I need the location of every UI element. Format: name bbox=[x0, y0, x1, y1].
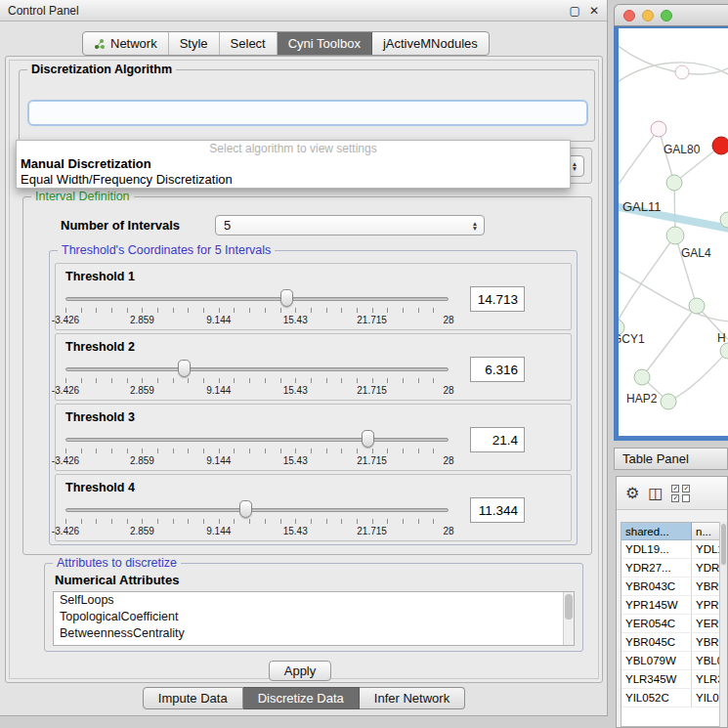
close-traffic-light[interactable] bbox=[623, 10, 635, 21]
scrollbar-thumb[interactable] bbox=[565, 594, 573, 620]
tab-select[interactable]: Select bbox=[220, 32, 278, 55]
network-window-titlebar[interactable] bbox=[614, 4, 728, 26]
network-node[interactable] bbox=[661, 394, 676, 409]
table-cell[interactable]: YLR345W bbox=[621, 670, 692, 688]
slider-ticks bbox=[65, 449, 449, 453]
threshold-1-label: Threshold 1 bbox=[65, 270, 135, 283]
table-cell[interactable]: YBL0 bbox=[692, 652, 720, 669]
threshold-3-value-field[interactable]: 21.4 bbox=[470, 427, 525, 452]
zoom-traffic-light[interactable] bbox=[661, 10, 672, 21]
table-row[interactable]: YLR345W YLR3 bbox=[621, 670, 720, 689]
network-node-selected[interactable] bbox=[712, 137, 728, 154]
tab-cyni-toolbox[interactable]: Cyni Toolbox bbox=[278, 32, 372, 55]
tab-infer-network[interactable]: Infer Network bbox=[360, 687, 465, 709]
table-cell[interactable]: YDR27... bbox=[621, 559, 692, 577]
attributes-scrollbar[interactable] bbox=[563, 592, 574, 645]
list-item[interactable]: TopologicalCoefficient bbox=[54, 609, 574, 625]
table-cell[interactable]: YIL0 bbox=[692, 689, 720, 707]
table-cell[interactable]: YBR045C bbox=[621, 633, 692, 651]
table-row[interactable]: YDR27... YDR2 bbox=[621, 559, 720, 578]
slider-handle[interactable] bbox=[362, 430, 374, 448]
tab-impute-data[interactable]: Impute Data bbox=[143, 687, 243, 709]
table-row[interactable]: YBR045C YBR0 bbox=[621, 633, 720, 652]
network-canvas[interactable]: GAL80 GAL11 GAL4 GCY1 HAP2 H bbox=[614, 26, 728, 441]
table-scrollbar[interactable] bbox=[719, 522, 727, 727]
gear-icon[interactable]: ⚙ bbox=[625, 486, 639, 501]
close-icon[interactable]: ✕ bbox=[589, 4, 599, 18]
table-cell[interactable]: YBR043C bbox=[621, 578, 692, 595]
slider-handle[interactable] bbox=[280, 289, 293, 307]
node-label-gal4: GAL4 bbox=[681, 246, 711, 260]
table-cell[interactable]: YPR145W bbox=[621, 596, 692, 614]
threshold-1-value-field[interactable]: 14.713 bbox=[470, 286, 525, 312]
node-attribute-table: shared... n... YDL19... YDL1 YDR27... YD… bbox=[621, 522, 721, 727]
table-panel-titlebar: Table Panel bbox=[614, 448, 728, 470]
dropdown-option-manual-discretization[interactable]: Manual Discretization bbox=[17, 156, 570, 172]
table-cell[interactable]: YBR0 bbox=[692, 578, 720, 595]
checkbox-icon bbox=[682, 494, 690, 502]
table-row[interactable]: YIL052C YIL0 bbox=[621, 689, 720, 707]
scale-label: -3.426 bbox=[52, 385, 79, 396]
table-header-row: shared... n... bbox=[621, 523, 720, 540]
algorithm-combobox[interactable] bbox=[27, 100, 588, 126]
table-row[interactable]: YBR043C YBR0 bbox=[621, 578, 720, 596]
scale-label: 28 bbox=[443, 315, 453, 325]
slider-track[interactable] bbox=[65, 367, 449, 371]
threshold-4-label: Threshold 4 bbox=[65, 481, 135, 494]
threshold-4-value-field[interactable]: 11.344 bbox=[470, 497, 525, 523]
table-cell[interactable]: YPR1 bbox=[692, 596, 720, 614]
slider-track[interactable] bbox=[65, 297, 449, 301]
table-row[interactable]: YBL079W YBL0 bbox=[621, 652, 720, 670]
column-header-name[interactable]: n... bbox=[692, 523, 720, 540]
list-item[interactable]: BetweennessCentrality bbox=[54, 625, 574, 642]
network-node[interactable] bbox=[666, 227, 684, 244]
network-node[interactable] bbox=[634, 369, 650, 385]
column-header-shared-name[interactable]: shared... bbox=[621, 523, 692, 540]
table-row[interactable]: YER054C YER0 bbox=[621, 615, 720, 633]
slider-handle[interactable] bbox=[178, 360, 191, 377]
scale-label: 9.144 bbox=[206, 385, 231, 396]
network-node[interactable] bbox=[720, 343, 728, 359]
slider-handle[interactable] bbox=[239, 500, 252, 518]
table-cell[interactable]: YIL052C bbox=[621, 689, 692, 707]
tab-discretize-data[interactable]: Discretize Data bbox=[243, 687, 360, 709]
tab-impute-data-label: Impute Data bbox=[158, 691, 228, 706]
apply-button[interactable]: Apply bbox=[269, 661, 331, 681]
network-node[interactable] bbox=[666, 175, 682, 191]
slider-track[interactable] bbox=[65, 438, 449, 442]
threshold-3-slider[interactable]: -3.426 2.859 9.144 15.43 21.715 28 bbox=[65, 432, 449, 469]
table-cell[interactable]: YER0 bbox=[692, 615, 720, 632]
table-cell[interactable]: YDR2 bbox=[692, 559, 720, 577]
tab-network[interactable]: Network bbox=[83, 32, 169, 55]
slider-track[interactable] bbox=[65, 508, 449, 512]
float-window-icon[interactable]: ▢ bbox=[570, 4, 580, 18]
tab-jactivemnodules[interactable]: jActiveMNodules bbox=[372, 32, 489, 55]
minimize-traffic-light[interactable] bbox=[642, 10, 654, 21]
table-cell[interactable]: YDL1 bbox=[692, 540, 720, 558]
table-cell[interactable]: YDL19... bbox=[621, 540, 692, 558]
scrollbar-thumb[interactable] bbox=[721, 524, 726, 565]
network-node[interactable] bbox=[689, 298, 705, 314]
network-node[interactable] bbox=[651, 121, 666, 137]
table-row[interactable]: YDL19... YDL1 bbox=[621, 540, 720, 559]
network-node[interactable] bbox=[675, 65, 689, 79]
columns-icon[interactable]: ◫ bbox=[648, 486, 663, 501]
select-columns-icon[interactable]: ✓ ✓ ✓ bbox=[671, 485, 691, 502]
list-item[interactable]: SelfLoops bbox=[54, 592, 574, 609]
threshold-2-value-field[interactable]: 6.316 bbox=[470, 357, 525, 382]
table-cell[interactable]: YER054C bbox=[621, 615, 692, 632]
table-cell[interactable]: YBL079W bbox=[621, 652, 692, 669]
threshold-1-slider[interactable]: -3.426 2.859 9.144 15.43 21.715 28 bbox=[65, 291, 449, 328]
threshold-4-slider[interactable]: -3.426 2.859 9.144 15.43 21.715 28 bbox=[65, 502, 449, 539]
scale-label: 21.715 bbox=[357, 526, 387, 536]
table-row[interactable]: YPR145W YPR1 bbox=[621, 596, 720, 615]
tab-style-label: Style bbox=[180, 36, 208, 51]
dropdown-option-equal-width-frequency[interactable]: Equal Width/Frequency Discretization bbox=[17, 172, 570, 188]
table-cell[interactable]: YLR3 bbox=[692, 670, 720, 688]
scale-label: 9.144 bbox=[206, 526, 231, 536]
threshold-3-label: Threshold 3 bbox=[65, 410, 135, 424]
tab-style[interactable]: Style bbox=[169, 32, 220, 55]
threshold-2-slider[interactable]: -3.426 2.859 9.144 15.43 21.715 28 bbox=[65, 362, 449, 399]
table-cell[interactable]: YBR0 bbox=[692, 633, 720, 651]
num-intervals-combobox[interactable]: 5 ▲ ▼ bbox=[215, 215, 485, 236]
